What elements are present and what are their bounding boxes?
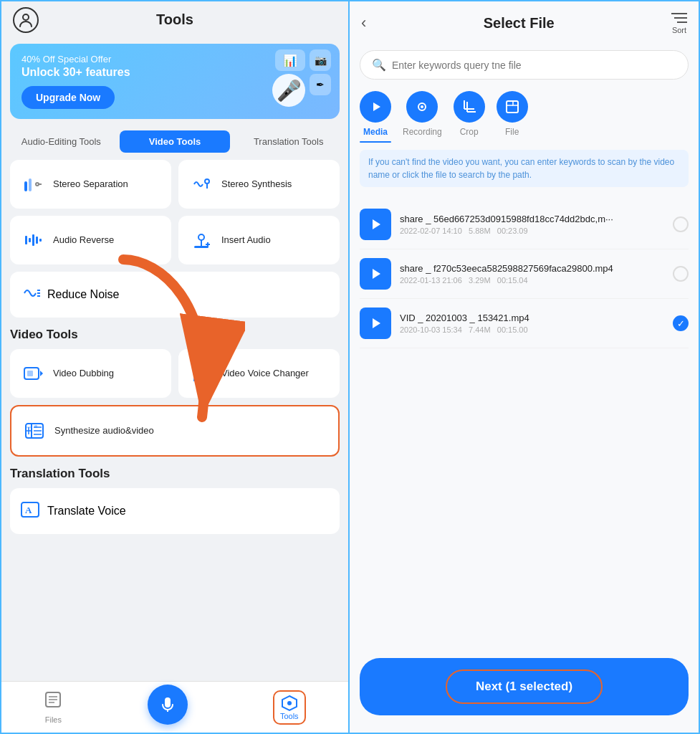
tab-video-tools[interactable]: Video Tools [120, 130, 231, 153]
nav-tools[interactable]: Tools [273, 690, 306, 725]
tool-insert-audio[interactable]: Insert Audio [178, 216, 340, 264]
page-title: Tools [156, 11, 193, 28]
tool-stereo-synthesis[interactable]: Stereo Synthesis [178, 160, 340, 209]
tool-reduce-noise[interactable]: Reduce Noise [10, 272, 340, 318]
media-tab-underline [360, 141, 391, 143]
svg-marker-57 [373, 269, 380, 279]
file-info-1: share _ 56ed667253d0915988fd18cc74dd2bdc… [400, 214, 664, 235]
svg-marker-56 [373, 219, 380, 229]
video-tools-section-title: Video Tools [10, 328, 340, 342]
sort-button[interactable]: Sort [671, 11, 687, 34]
file-name-1: share _ 56ed667253d0915988fd18cc74dd2bdc… [400, 214, 615, 224]
search-bar[interactable]: 🔍 [360, 50, 689, 80]
svg-rect-22 [27, 371, 33, 376]
tab-file[interactable]: File [497, 91, 528, 143]
stereo-separation-icon [20, 171, 46, 197]
svg-rect-1 [24, 181, 27, 191]
tool-tabs: Audio-Editing Tools Video Tools Translat… [1, 125, 348, 153]
file-item-2[interactable]: share _ f270c53eeca582598827569faca29800… [360, 249, 689, 299]
translate-voice-label: Translate Voice [47, 505, 126, 518]
left-panel: Tools 40% Off Special Offer Unlock 30+ f… [0, 0, 350, 734]
video-voice-changer-icon [188, 361, 214, 386]
media-tab-icon [360, 91, 391, 123]
tool-stereo-separation[interactable]: Stereo Separation [10, 160, 171, 209]
sort-label: Sort [672, 26, 686, 34]
svg-rect-8 [29, 238, 31, 242]
file-list: share _ 56ed667253d0915988fd18cc74dd2bdc… [350, 194, 699, 647]
tab-recording[interactable]: Recording [403, 91, 442, 143]
tab-audio-editing[interactable]: Audio-Editing Tools [6, 130, 117, 153]
nav-files-label: Files [45, 715, 62, 724]
recording-tab-label: Recording [403, 127, 442, 137]
video-dubbing-icon [20, 361, 46, 386]
file-tab-label: File [505, 127, 519, 137]
file-info-2: share _ f270c53eeca582598827569faca29800… [400, 263, 664, 285]
svg-point-5 [205, 179, 209, 184]
right-header: ‹ Select File Sort [350, 1, 699, 44]
svg-rect-39 [165, 697, 171, 707]
svg-rect-11 [39, 239, 42, 242]
tab-media[interactable]: Media [360, 91, 391, 143]
media-tabs: Media Recording Crop [350, 85, 699, 143]
tools-nav-box: Tools [273, 690, 306, 725]
tool-video-dubbing[interactable]: Video Dubbing [10, 349, 171, 398]
avatar[interactable] [13, 7, 39, 33]
svg-text:A: A [25, 505, 32, 515]
tool-translate-voice[interactable]: A Translate Voice [10, 488, 340, 534]
file-thumb-2 [360, 258, 391, 290]
stereo-separation-label: Stereo Separation [53, 178, 128, 191]
file-radio-1[interactable] [673, 216, 689, 232]
file-item-1[interactable]: share _ 56ed667253d0915988fd18cc74dd2bdc… [360, 200, 689, 249]
promo-banner: 40% Off Special Offer Unlock 30+ feature… [10, 44, 340, 119]
tool-audio-reverse[interactable]: Audio Reverse [10, 216, 171, 264]
synthesize-av-label: Synthesize audio&video [54, 425, 154, 437]
audio-tools-grid: Stereo Separation Stereo Synthesis [10, 160, 340, 264]
select-file-title: Select File [366, 15, 671, 32]
insert-audio-label: Insert Audio [221, 234, 271, 247]
recording-tab-icon [406, 91, 438, 123]
file-radio-2[interactable] [673, 266, 689, 282]
search-input[interactable] [392, 59, 676, 71]
crop-tab-label: Crop [460, 127, 479, 137]
svg-point-23 [196, 367, 201, 373]
upgrade-now-button[interactable]: Upgrade Now [21, 86, 115, 109]
stereo-synthesis-label: Stereo Synthesis [221, 178, 292, 191]
file-name-2: share _ f270c53eeca582598827569faca29800… [400, 263, 615, 274]
hint-text: If you can't find the video you want, yo… [368, 157, 674, 180]
bottom-navigation: Files Tools [1, 681, 348, 733]
tab-translation-tools[interactable]: Translation Tools [233, 130, 344, 153]
reduce-noise-label: Reduce Noise [47, 288, 120, 301]
svg-point-12 [198, 234, 204, 240]
video-tools-grid: Video Dubbing Video Voice Changer [10, 349, 340, 398]
tool-synthesize-av[interactable]: Synthesize audio&video [10, 405, 340, 457]
search-icon: 🔍 [372, 58, 386, 72]
file-item-3[interactable]: VID _ 20201003 _ 153421.mp4 2020-10-03 1… [360, 299, 689, 348]
svg-rect-32 [34, 425, 37, 428]
media-tab-label: Media [363, 127, 388, 137]
hint-banner: If you can't find the video you want, yo… [360, 150, 689, 187]
audio-reverse-label: Audio Reverse [53, 234, 114, 247]
svg-rect-9 [32, 234, 34, 246]
next-button[interactable]: Next (1 selected) [360, 658, 689, 715]
tools-content: Stereo Separation Stereo Synthesis [1, 153, 348, 733]
file-info-3: VID _ 20201003 _ 153421.mp4 2020-10-03 1… [400, 313, 664, 334]
translate-voice-icon: A [20, 500, 40, 523]
file-name-3: VID _ 20201003 _ 153421.mp4 [400, 313, 615, 323]
stereo-synthesis-icon [188, 171, 214, 197]
file-meta-1: 2022-02-07 14:10 5.88M 00:23.09 [400, 227, 664, 235]
svg-rect-2 [29, 178, 32, 191]
video-voice-changer-label: Video Voice Changer [221, 368, 309, 380]
file-tab-icon [497, 91, 528, 123]
back-button[interactable]: ‹ [361, 14, 366, 32]
svg-rect-54 [507, 101, 518, 113]
tab-crop[interactable]: Crop [454, 91, 485, 143]
right-footer: Next (1 selected) [350, 647, 699, 733]
tool-video-voice-changer[interactable]: Video Voice Changer [178, 349, 340, 398]
svg-point-42 [287, 701, 292, 705]
mic-button[interactable] [148, 685, 188, 725]
svg-marker-58 [373, 318, 380, 328]
nav-files[interactable]: Files [44, 690, 62, 724]
svg-point-49 [421, 105, 423, 108]
crop-tab-icon [454, 91, 485, 123]
file-radio-3[interactable]: ✓ [673, 315, 689, 331]
